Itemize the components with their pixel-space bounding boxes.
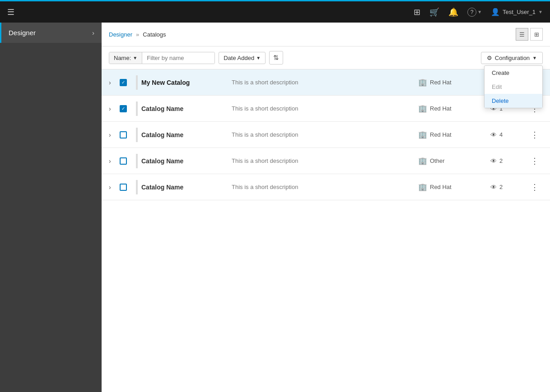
expand-icon[interactable]: ›	[109, 184, 120, 191]
breadcrumb: Designer » Catalogs ☰ ⊞	[102, 23, 550, 46]
filter-label: Name:	[114, 55, 131, 61]
date-added-label: Date Added	[224, 55, 254, 61]
date-filter-chevron: ▼	[256, 55, 261, 60]
filter-dropdown-icon: ▼	[133, 55, 137, 60]
user-name: Test_User_1	[503, 9, 536, 15]
row-divider	[136, 128, 138, 142]
row-checkbox[interactable]	[120, 105, 132, 112]
catalog-name: Catalog Name	[141, 105, 232, 112]
expand-icon[interactable]: ›	[109, 79, 120, 86]
org-icon: 🏢	[418, 183, 427, 191]
top-navigation: ☰ ⊞ 🛒 🔔 ? ▼ 👤 Test_User_1 ▼	[0, 0, 550, 23]
row-actions-button[interactable]: ⋮	[527, 156, 543, 166]
catalog-org: 🏢 Red Hat	[418, 130, 490, 139]
toolbar: Name: ▼ Date Added ▼ ⇅ ⚙ Configuration ▼…	[102, 46, 550, 69]
breadcrumb-current: Catalogs	[143, 31, 166, 38]
catalog-name: My New Catalog	[141, 79, 232, 86]
catalog-description: This is a short description	[232, 184, 418, 190]
config-dropdown-menu: CreateEditDelete	[484, 65, 543, 108]
dropdown-item-edit: Edit	[485, 80, 542, 94]
catalog-row: › My New Catalog This is a short descrip…	[102, 69, 550, 96]
count-value: 2	[499, 184, 503, 190]
catalog-row: › Catalog Name This is a short descripti…	[102, 174, 550, 200]
row-checkbox[interactable]	[120, 79, 132, 86]
gear-icon: ⚙	[487, 55, 492, 61]
sort-button[interactable]: ⇅	[269, 51, 283, 65]
count-value: 4	[499, 131, 503, 138]
sidebar: Designer ›	[0, 23, 102, 392]
catalog-row: › Catalog Name This is a short descripti…	[102, 148, 550, 174]
expand-icon[interactable]: ›	[109, 131, 120, 138]
eye-icon: 👁	[490, 157, 497, 165]
org-icon: 🏢	[418, 157, 427, 165]
row-divider	[136, 101, 138, 116]
expand-icon[interactable]: ›	[109, 157, 120, 165]
help-icon[interactable]: ? ▼	[467, 8, 482, 17]
config-label: Configuration	[495, 55, 530, 61]
catalog-org: 🏢 Red Hat	[418, 183, 490, 191]
user-menu[interactable]: 👤 Test_User_1 ▼	[491, 8, 543, 16]
row-actions-button[interactable]: ⋮	[527, 182, 543, 192]
catalog-description: This is a short description	[232, 79, 418, 86]
grid-view-button[interactable]: ⊞	[530, 28, 543, 41]
row-actions-button[interactable]: ⋮	[527, 130, 543, 140]
catalog-name: Catalog Name	[141, 157, 232, 165]
org-name: Red Hat	[430, 184, 452, 190]
org-icon: 🏢	[418, 130, 427, 139]
org-name: Red Hat	[430, 79, 452, 86]
filter-label-button[interactable]: Name: ▼	[109, 52, 142, 64]
eye-icon: 👁	[490, 184, 497, 191]
filter-group: Name: ▼	[109, 52, 215, 64]
dropdown-item-create[interactable]: Create	[485, 66, 542, 80]
row-divider	[136, 180, 138, 194]
row-checkbox[interactable]	[120, 184, 132, 191]
filter-input[interactable]	[142, 52, 214, 64]
row-divider	[136, 75, 138, 90]
catalog-row: › Catalog Name This is a short descripti…	[102, 96, 550, 122]
sidebar-arrow-icon: ›	[92, 29, 94, 37]
catalog-count: 👁 2	[490, 157, 527, 165]
org-name: Red Hat	[430, 131, 452, 138]
catalog-description: This is a short description	[232, 105, 418, 112]
config-chevron-icon: ▼	[532, 55, 537, 60]
hamburger-icon[interactable]: ☰	[7, 7, 14, 17]
catalog-row: › Catalog Name This is a short descripti…	[102, 122, 550, 148]
org-name: Other	[430, 157, 445, 164]
org-name: Red Hat	[430, 105, 452, 112]
user-menu-chevron: ▼	[538, 9, 543, 14]
catalog-org: 🏢 Other	[418, 157, 490, 165]
expand-icon[interactable]: ›	[109, 105, 120, 112]
org-icon: 🏢	[418, 78, 427, 87]
bell-icon[interactable]: 🔔	[448, 7, 458, 17]
catalog-count: 👁 4	[490, 131, 527, 138]
catalog-count: 👁 2	[490, 184, 527, 191]
date-added-filter[interactable]: Date Added ▼	[219, 52, 266, 64]
user-avatar-icon: 👤	[491, 8, 500, 16]
row-checkbox[interactable]	[120, 157, 132, 165]
catalog-description: This is a short description	[232, 157, 418, 164]
view-toggle: ☰ ⊞	[516, 28, 543, 41]
row-checkbox[interactable]	[120, 131, 132, 138]
catalog-list: › My New Catalog This is a short descrip…	[102, 69, 550, 200]
catalog-description: This is a short description	[232, 131, 418, 138]
dropdown-item-delete[interactable]: Delete	[485, 94, 542, 108]
org-icon: 🏢	[418, 104, 427, 113]
count-value: 2	[499, 157, 503, 164]
main-layout: Designer › Designer » Catalogs ☰ ⊞ Name:…	[0, 23, 550, 392]
breadcrumb-parent[interactable]: Designer	[109, 31, 132, 38]
apps-icon[interactable]: ⊞	[414, 7, 420, 17]
catalog-name: Catalog Name	[141, 131, 232, 138]
list-view-button[interactable]: ☰	[516, 28, 528, 41]
catalog-name: Catalog Name	[141, 184, 232, 191]
breadcrumb-separator: »	[136, 31, 139, 38]
configuration-button[interactable]: ⚙ Configuration ▼	[481, 52, 543, 64]
cart-icon[interactable]: 🛒	[429, 7, 439, 17]
main-content: Designer » Catalogs ☰ ⊞ Name: ▼ Date Add…	[102, 23, 550, 392]
eye-icon: 👁	[490, 131, 497, 138]
catalog-org: 🏢 Red Hat	[418, 78, 490, 87]
sidebar-item-designer[interactable]: Designer ›	[0, 23, 102, 43]
row-divider	[136, 154, 138, 168]
sidebar-item-label: Designer	[9, 29, 36, 37]
catalog-org: 🏢 Red Hat	[418, 104, 490, 113]
